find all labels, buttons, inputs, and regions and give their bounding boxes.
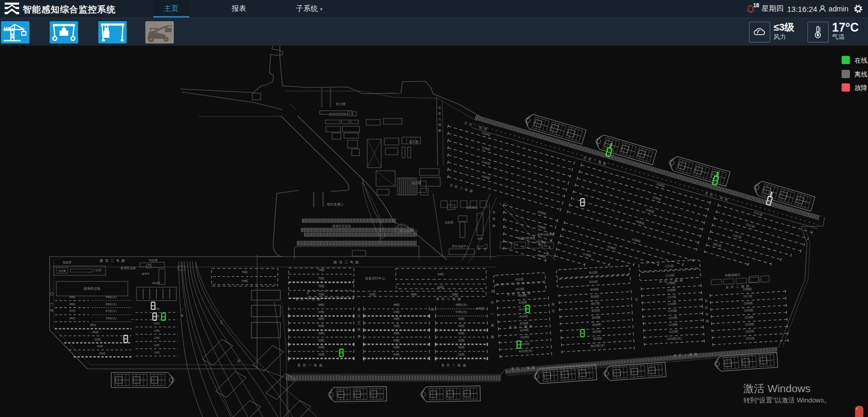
svg-text:B05组: B05组 [592, 316, 601, 319]
svg-text:海港区货运场: 海港区货运场 [332, 224, 351, 228]
svg-text:33组: 33组 [318, 339, 325, 342]
svg-text:C11组: C11组 [665, 264, 674, 268]
svg-text:区: 区 [552, 309, 555, 312]
svg-text:87组: 87组 [69, 309, 76, 312]
svg-text:新海联运集: 新海联运集 [84, 287, 101, 291]
svg-text:18: 18 [753, 2, 759, 8]
svg-text:线: 线 [491, 324, 494, 327]
svg-text:东: 东 [511, 366, 514, 370]
svg-text:86组(冷): 86组(冷) [106, 317, 117, 320]
svg-text:56组: 56组 [458, 317, 465, 320]
svg-text:船管所: 船管所 [142, 272, 150, 276]
svg-text:73组: 73组 [318, 277, 325, 280]
svg-text:三: 三 [669, 279, 672, 282]
svg-text:二: 二 [736, 285, 739, 288]
svg-text:74组: 74组 [318, 269, 325, 272]
svg-text:东: 东 [491, 289, 494, 293]
svg-text:区: 区 [635, 297, 638, 301]
svg-text:14组: 14组 [154, 322, 160, 325]
svg-text:42组: 42组 [393, 346, 400, 349]
svg-text:设备运行中心: 设备运行中心 [365, 276, 386, 280]
svg-text:东: 东 [507, 292, 510, 296]
svg-text:59组: 59组 [452, 293, 459, 296]
svg-text:区: 区 [447, 363, 450, 367]
svg-text:路: 路 [458, 297, 461, 301]
svg-text:83组: 83组 [95, 338, 101, 341]
svg-text:路: 路 [100, 259, 103, 263]
svg-text:三: 三 [517, 292, 520, 295]
svg-text:北: 北 [438, 106, 441, 110]
svg-text:44组: 44组 [393, 332, 400, 335]
svg-text:34组: 34组 [318, 332, 325, 335]
svg-text:D08组: D08组 [743, 288, 752, 291]
svg-text:一: 一 [131, 318, 134, 321]
svg-text:路: 路 [463, 364, 466, 367]
svg-text:A02组: A02组 [521, 342, 530, 346]
svg-text:75组: 75组 [242, 279, 248, 282]
svg-text:C06组: C06组 [668, 302, 677, 306]
svg-text:线: 线 [50, 309, 53, 312]
svg-text:89组: 89组 [69, 295, 76, 299]
svg-text:路: 路 [438, 129, 441, 132]
svg-text:C04组: C04组 [668, 316, 677, 320]
svg-text:东: 东 [551, 302, 555, 306]
svg-text:B03组: B03组 [593, 330, 602, 334]
svg-text:路: 路 [492, 224, 496, 227]
svg-text:东: 东 [492, 211, 496, 214]
svg-text:在线: 在线 [855, 57, 867, 64]
svg-text:线: 线 [524, 325, 527, 328]
svg-text:离线: 离线 [855, 71, 867, 78]
svg-text:61组: 61组 [369, 293, 376, 296]
svg-text:A04组: A04组 [520, 329, 529, 332]
svg-text:路: 路 [317, 297, 320, 301]
svg-text:A10组: A10组 [516, 287, 525, 291]
svg-text:89组(冷): 89组(冷) [106, 295, 117, 299]
svg-text:三: 三 [50, 303, 53, 306]
svg-text:52组: 52组 [458, 346, 465, 349]
svg-text:88组(冷): 88组(冷) [106, 303, 117, 306]
svg-text:87组(冷): 87组(冷) [106, 309, 117, 312]
svg-text:D07组: D07组 [743, 294, 752, 298]
svg-text:72组: 72组 [318, 285, 325, 288]
svg-text:线: 线 [314, 364, 317, 367]
svg-text:香: 香 [295, 297, 298, 301]
svg-text:线: 线 [453, 297, 456, 301]
svg-text:路: 路 [319, 364, 322, 367]
svg-text:区: 区 [237, 359, 241, 363]
svg-text:港口综合中心: 港口综合中心 [399, 229, 418, 233]
svg-text:82组: 82组 [97, 345, 103, 348]
svg-text:C05组: C05组 [668, 309, 677, 312]
svg-text:301组: 301组 [152, 281, 160, 285]
svg-text:区: 区 [705, 305, 708, 309]
svg-text:区: 区 [514, 325, 517, 329]
svg-text:一: 一 [308, 364, 311, 367]
svg-text:54组: 54组 [458, 332, 465, 335]
svg-text:A03组: A03组 [520, 335, 529, 339]
svg-text:线: 线 [431, 308, 434, 311]
svg-text:区: 区 [512, 292, 515, 295]
svg-text:线: 线 [527, 366, 530, 369]
svg-text:13组: 13组 [154, 329, 160, 332]
svg-text:故障: 故障 [855, 84, 867, 92]
svg-text:A06组: A06组 [519, 315, 528, 318]
svg-text:区: 区 [731, 285, 734, 289]
svg-text:一: 一 [452, 364, 455, 367]
svg-text:60组: 60组 [438, 273, 444, 276]
svg-text:激活 Windows: 激活 Windows [743, 382, 811, 394]
svg-text:区: 区 [516, 366, 519, 370]
svg-text:线: 线 [181, 314, 184, 317]
svg-text:一: 一 [684, 353, 687, 356]
svg-text:57组(冷): 57组(冷) [456, 310, 468, 314]
svg-text:12组: 12组 [154, 336, 160, 339]
svg-text:香: 香 [441, 363, 444, 367]
svg-text:C10组: C10组 [666, 274, 675, 277]
svg-text:58组(冷): 58组(冷) [456, 303, 468, 306]
svg-text:46组: 46组 [393, 317, 400, 320]
svg-text:转到“设置”以激活 Windows。: 转到“设置”以激活 Windows。 [743, 396, 831, 404]
svg-text:线: 线 [706, 319, 709, 322]
svg-text:55组: 55组 [458, 324, 465, 327]
svg-text:区: 区 [679, 353, 682, 356]
svg-text:备房: 备房 [477, 237, 483, 240]
svg-text:机械设备用房: 机械设备用房 [518, 236, 536, 240]
svg-text:区: 区 [303, 363, 306, 367]
